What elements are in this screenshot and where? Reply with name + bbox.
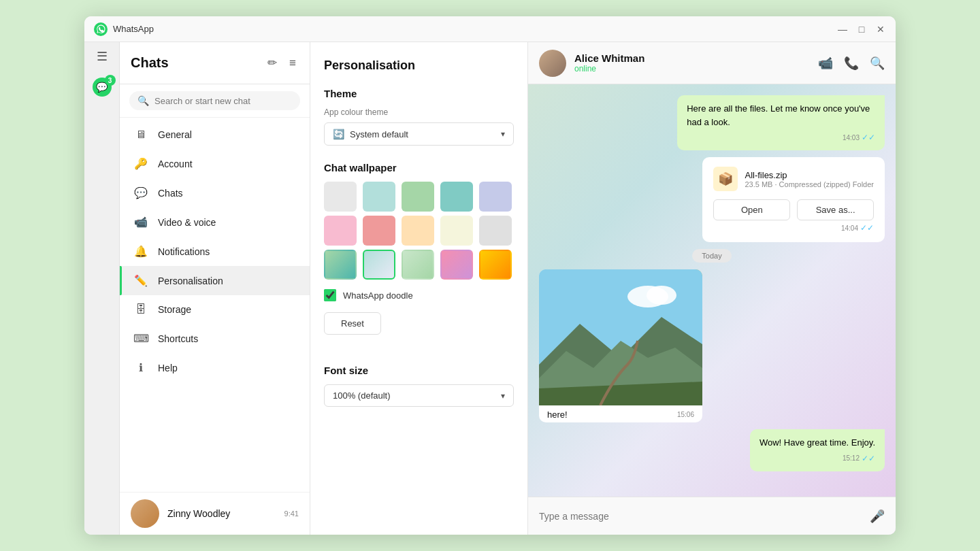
day-separator: Today [692,249,731,263]
storage-label: Storage [158,304,191,315]
message-text-2: Wow! Have great time. Enjoy. [760,437,875,448]
wallpaper-swatch-6[interactable] [363,216,395,246]
sidebar-item-storage[interactable]: 🗄 Storage [120,295,310,324]
chats-label: Chats [158,188,183,199]
shortcuts-label: Shortcuts [158,333,198,344]
mic-button[interactable]: 🎤 [870,509,885,524]
sidebar-item-account[interactable]: 🔑 Account [120,149,310,178]
chat-nav-button[interactable]: 💬 3 [93,78,112,97]
file-name: All-files.zip [745,170,874,180]
wallpaper-section-title: Chat wallpaper [324,162,514,173]
hamburger-menu-button[interactable]: ☰ [97,49,108,64]
image-caption-row: here! 15:06 [539,405,702,422]
video-call-button[interactable]: 📹 [818,56,833,71]
wallpaper-swatch-10[interactable] [324,250,357,280]
video-voice-icon: 📹 [133,216,148,229]
video-voice-label: Video & voice [158,217,216,228]
chat-header: Alice Whitman online 📹 📞 🔍 [528,42,896,84]
settings-sidebar: Chats ✏ ≡ 🔍 🖥 General 🔑 Account [120,42,310,535]
sidebar-title: Chats [131,55,258,71]
search-icon: 🔍 [137,95,149,106]
sidebar-item-shortcuts[interactable]: ⌨ Shortcuts [120,324,310,353]
wallpaper-swatch-11[interactable] [363,250,395,280]
message-bubble-sent-1: Here are all the files. Let me know once… [677,95,885,150]
file-message-bubble: 📦 All-files.zip 23.5 MB · Compressed (zi… [702,157,885,242]
chat-messages: Here are all the files. Let me know once… [528,84,896,497]
image-message-bubble: here! 15:06 [539,269,702,422]
chat-contact-status: online [574,64,810,73]
contact-list-item[interactable]: Zinny Woodley 9:41 [120,492,310,535]
search-bar: 🔍 [120,84,310,118]
sidebar-item-help[interactable]: ℹ Help [120,353,310,382]
tick-icon: ✓✓ [862,131,875,144]
app-name: WhatsApp [113,24,837,34]
wallpaper-swatch-12[interactable] [402,250,434,280]
search-input-wrap: 🔍 [129,91,300,110]
wallpaper-swatch-2[interactable] [402,182,434,212]
image-caption: here! [547,410,568,420]
message-input[interactable] [539,511,862,522]
theme-dropdown[interactable]: 🔄 System default ▾ [324,122,514,146]
wallpaper-swatch-0[interactable] [324,182,357,212]
help-icon: ℹ [133,361,148,374]
app-window: WhatsApp — □ ✕ ☰ 💬 3 Chats ✏ ≡ 🔍 [84,16,896,535]
doodle-label: WhatsApp doodle [343,290,413,301]
contact-time: 9:41 [284,510,299,518]
contact-avatar [131,499,159,528]
nav-items: 🖥 General 🔑 Account 💬 Chats 📹 Video & vo… [120,118,310,492]
wallpaper-swatch-9[interactable] [479,216,512,246]
sidebar-item-personalisation[interactable]: ✏️ Personalisation [120,266,310,295]
window-controls: — □ ✕ [837,24,886,35]
file-details: All-files.zip 23.5 MB · Compressed (zipp… [745,170,874,188]
file-tick-icon: ✓✓ [860,223,874,233]
wallpaper-swatch-5[interactable] [324,216,357,246]
save-file-button[interactable]: Save as... [797,199,874,220]
filter-button[interactable]: ≡ [287,54,299,73]
font-dropdown[interactable]: 100% (default) ▾ [324,384,514,407]
contact-name: Zinny Woodley [167,508,276,519]
search-input[interactable] [154,96,292,106]
maximize-button[interactable]: □ [856,24,867,35]
chat-image [539,269,702,405]
wallpaper-swatch-14[interactable] [479,250,512,280]
message-text-1: Here are all the files. Let me know once… [687,103,870,127]
unread-badge: 3 [105,75,116,86]
close-button[interactable]: ✕ [875,24,886,35]
font-dropdown-arrow: ▾ [501,391,505,401]
notifications-label: Notifications [158,246,210,257]
search-chat-button[interactable]: 🔍 [870,56,885,71]
account-icon: 🔑 [133,157,148,170]
minimize-button[interactable]: — [837,24,848,35]
personalisation-panel: Personalisation Theme App colour theme 🔄… [310,42,528,535]
sidebar-item-chats[interactable]: 💬 Chats [120,178,310,207]
whatsapp-logo-icon [94,22,108,36]
wallpaper-swatch-8[interactable] [440,216,473,246]
wallpaper-swatch-7[interactable] [402,216,434,246]
sidebar-item-notifications[interactable]: 🔔 Notifications [120,237,310,266]
file-meta: 23.5 MB · Compressed (zipped) Folder [745,180,874,188]
app-colour-label: App colour theme [324,107,514,117]
theme-section-title: Theme [324,88,514,99]
wallpaper-swatch-1[interactable] [363,182,395,212]
reset-button[interactable]: Reset [324,312,381,335]
sidebar-item-video-voice[interactable]: 📹 Video & voice [120,207,310,237]
message-bubble-sent-2: Wow! Have great time. Enjoy. 15:12 ✓✓ [750,429,885,471]
new-chat-button[interactable]: ✏ [265,53,280,73]
open-file-button[interactable]: Open [713,199,790,220]
file-message-time: 14:04 ✓✓ [713,223,874,233]
wallpaper-swatch-4[interactable] [479,182,512,212]
personalisation-label: Personalisation [158,276,223,286]
wallpaper-swatch-3[interactable] [440,182,473,212]
chats-icon: 💬 [133,186,148,199]
personalisation-icon: ✏️ [133,274,148,287]
chat-input-bar: 🎤 [528,497,896,535]
wallpaper-swatch-13[interactable] [440,250,473,280]
contact-info: Zinny Woodley [167,508,276,519]
title-bar: WhatsApp — □ ✕ [84,16,896,42]
sidebar-item-general[interactable]: 🖥 General [120,120,310,149]
doodle-checkbox[interactable] [324,289,336,301]
font-dropdown-value: 100% (default) [333,390,495,401]
chat-contact-info: Alice Whitman online [574,52,810,73]
voice-call-button[interactable]: 📞 [844,56,859,71]
general-icon: 🖥 [133,129,148,141]
